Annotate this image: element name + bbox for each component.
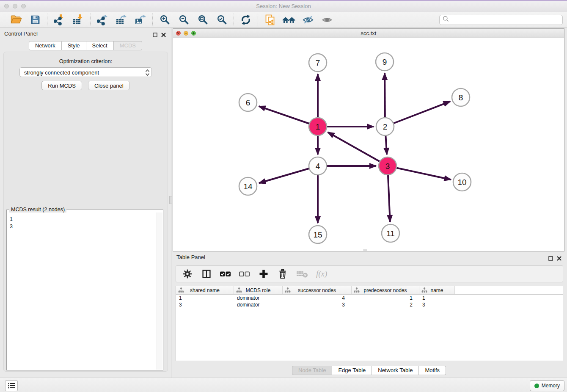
edge-3-10[interactable] xyxy=(388,166,451,179)
column-header-successor-nodes[interactable]: successor nodes xyxy=(283,286,352,294)
control-panel: Control Panel NetworkStyleSelectMCDS Opt… xyxy=(0,28,171,378)
hierarchy-icon xyxy=(421,287,427,294)
node-label: 6 xyxy=(246,98,250,107)
import-network-icon[interactable] xyxy=(53,14,66,26)
hide-selected-icon[interactable] xyxy=(302,14,314,26)
column-header-shared-name[interactable]: shared name xyxy=(176,286,234,294)
cell-MCDS-role[interactable]: dominator xyxy=(234,302,283,308)
delete-column-icon[interactable] xyxy=(277,268,288,280)
select-all-icon[interactable] xyxy=(220,268,231,280)
zoom-fit-icon[interactable] xyxy=(196,14,209,26)
node-2[interactable]: 2 xyxy=(376,118,394,135)
memory-status-icon xyxy=(534,384,539,388)
zoom-selected-icon[interactable] xyxy=(215,14,228,26)
run-mcds-button[interactable]: Run MCDS xyxy=(41,81,82,90)
save-session-icon[interactable] xyxy=(29,14,41,26)
column-header-name[interactable]: name xyxy=(419,286,455,294)
node-label: 9 xyxy=(383,58,387,66)
zoom-in-icon[interactable] xyxy=(158,14,171,26)
node-10[interactable]: 10 xyxy=(453,173,471,191)
export-image-icon[interactable] xyxy=(134,14,147,26)
memory-button[interactable]: Memory xyxy=(530,380,564,391)
cell-predecessor-nodes[interactable]: 2 xyxy=(352,302,419,308)
result-line: 3 xyxy=(10,223,157,230)
node-11[interactable]: 11 xyxy=(382,224,399,242)
node-8[interactable]: 8 xyxy=(452,88,470,106)
tab-style[interactable]: Style xyxy=(62,41,86,50)
tab-motifs[interactable]: Motifs xyxy=(419,366,446,375)
gear-icon[interactable] xyxy=(182,268,193,280)
node-1[interactable]: 1 xyxy=(309,118,327,135)
cell-successor-nodes[interactable]: 4 xyxy=(283,295,352,301)
export-network-icon[interactable] xyxy=(96,14,109,26)
open-file-icon[interactable] xyxy=(10,14,22,26)
zoom-out-icon[interactable] xyxy=(177,14,190,26)
header-filler xyxy=(455,286,563,294)
float-panel-icon[interactable] xyxy=(153,31,157,39)
hierarchy-icon xyxy=(178,287,184,294)
tab-select[interactable]: Select xyxy=(86,41,114,50)
column-header-label: successor nodes xyxy=(298,287,336,293)
show-all-icon[interactable] xyxy=(321,14,333,26)
cell-successor-nodes[interactable]: 3 xyxy=(283,302,352,308)
float-panel-icon[interactable] xyxy=(548,255,553,262)
duplicate-network-icon[interactable] xyxy=(264,14,276,26)
cell-shared-name[interactable]: 3 xyxy=(176,302,234,308)
search-input[interactable] xyxy=(451,16,559,23)
table-row[interactable]: 1dominator411 xyxy=(176,295,563,301)
column-header-predecessor-nodes[interactable]: predecessor nodes xyxy=(352,286,419,294)
cell-MCDS-role[interactable]: dominator xyxy=(234,295,283,301)
export-table-icon[interactable] xyxy=(115,14,128,26)
network-title: scc.txt xyxy=(173,30,564,36)
node-9[interactable]: 9 xyxy=(376,53,394,71)
cell-predecessor-nodes[interactable]: 1 xyxy=(352,295,419,301)
cell-shared-name[interactable]: 1 xyxy=(176,295,234,301)
column-header-MCDS-role[interactable]: MCDS role xyxy=(234,286,283,294)
table-tabs: Node TableEdge TableNetwork TableMotifs xyxy=(173,366,565,375)
split-columns-icon[interactable] xyxy=(201,268,212,280)
mcds-result-text[interactable]: 13 xyxy=(7,213,157,370)
cell-name[interactable]: 3 xyxy=(419,302,455,308)
network-frame: scc.txt 7968124314101115 xyxy=(173,28,564,251)
refresh-icon[interactable] xyxy=(239,14,252,26)
criterion-dropdown[interactable]: strongly connected component xyxy=(19,67,152,77)
node-4[interactable]: 4 xyxy=(309,157,327,175)
task-history-button[interactable] xyxy=(5,380,18,391)
close-panel-icon[interactable] xyxy=(161,31,166,39)
deselect-all-icon[interactable] xyxy=(239,268,250,280)
close-panel-button[interactable]: Close panel xyxy=(88,81,130,90)
add-column-icon[interactable] xyxy=(258,268,269,280)
node-7[interactable]: 7 xyxy=(309,54,327,72)
hierarchy-icon xyxy=(285,287,291,294)
control-panel-tabs: NetworkStyleSelectMCDS xyxy=(0,41,171,50)
network-canvas[interactable]: 7968124314101115 xyxy=(173,38,564,251)
window-titlebar: Session: New Session xyxy=(0,0,567,12)
tab-node-table[interactable]: Node Table xyxy=(292,366,333,375)
dropdown-stepper-icon xyxy=(145,69,150,79)
node-table[interactable]: shared name MCDS role successor nodes pr… xyxy=(176,286,563,361)
function-builder-icon: f(x) xyxy=(316,268,327,280)
tab-network-table[interactable]: Network Table xyxy=(372,366,419,375)
cell-name[interactable]: 1 xyxy=(419,295,455,301)
column-header-label: name xyxy=(430,287,443,293)
first-neighbors-icon[interactable] xyxy=(283,14,295,26)
network-bottom-grabber[interactable] xyxy=(363,249,367,251)
node-3[interactable]: 3 xyxy=(379,157,396,175)
search-box[interactable] xyxy=(439,15,563,25)
node-6[interactable]: 6 xyxy=(239,94,257,111)
node-14[interactable]: 14 xyxy=(239,177,257,195)
tab-mcds[interactable]: MCDS xyxy=(114,41,142,50)
node-label: 10 xyxy=(457,178,466,187)
result-scrollbar[interactable] xyxy=(157,213,162,370)
vertical-splitter-handle[interactable] xyxy=(169,196,172,204)
table-panel-title: Table Panel xyxy=(176,254,205,260)
optimization-criterion-label: Optimization criterion: xyxy=(4,58,168,64)
edge-2-8[interactable] xyxy=(385,102,450,127)
tab-edge-table[interactable]: Edge Table xyxy=(332,366,372,375)
tab-network[interactable]: Network xyxy=(29,41,62,50)
table-row[interactable]: 3dominator323 xyxy=(176,301,563,308)
close-panel-icon[interactable] xyxy=(557,255,561,262)
node-15[interactable]: 15 xyxy=(309,226,327,243)
edge-3-1[interactable] xyxy=(328,132,388,166)
import-table-icon[interactable] xyxy=(72,14,85,26)
